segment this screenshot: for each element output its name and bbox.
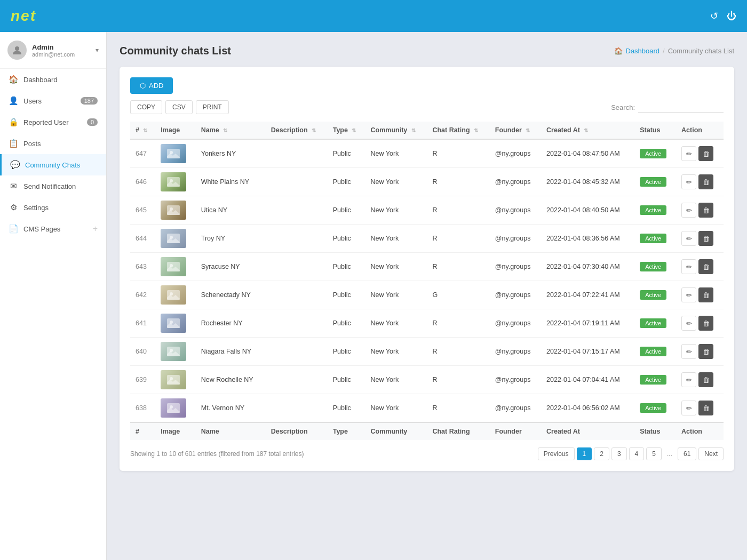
print-button[interactable]: PRINT <box>196 100 229 114</box>
table-row: 643 Syracuse NY Public New York R @ny.gr… <box>130 253 724 281</box>
sidebar-item-posts[interactable]: 📋Posts <box>0 133 106 154</box>
edit-button[interactable]: ✏ <box>681 259 696 274</box>
cell-action: ✏ 🗑 <box>676 225 724 253</box>
table-toolbar: COPY CSV PRINT Search: <box>130 100 724 114</box>
edit-button[interactable]: ✏ <box>681 146 696 161</box>
sidebar-item-reported-user[interactable]: 🔒Reported User0 <box>0 111 106 133</box>
cell-created-at: 2022-01-04 08:40:50 AM <box>541 196 634 225</box>
cell-description <box>266 366 328 394</box>
foot-col-status: Status <box>634 422 676 440</box>
cell-type: Public <box>328 168 365 196</box>
search-input[interactable] <box>638 101 724 113</box>
delete-button[interactable]: 🗑 <box>698 287 713 302</box>
status-badge: Active <box>640 205 666 215</box>
delete-button[interactable]: 🗑 <box>698 372 713 387</box>
pagination-previous[interactable]: Previous <box>538 447 575 460</box>
csv-button[interactable]: CSV <box>165 100 193 114</box>
status-badge: Active <box>640 375 666 385</box>
power-icon[interactable]: ⏻ <box>727 11 736 22</box>
pagination-page-2[interactable]: 2 <box>594 447 609 460</box>
cell-status: Active <box>634 168 676 196</box>
cell-id: 643 <box>130 253 155 281</box>
cell-chat-rating: R <box>427 394 489 423</box>
table-row: 647 Yonkers NY Public New York R @ny.gro… <box>130 139 724 168</box>
pagination-page-61[interactable]: 61 <box>678 447 696 460</box>
sidebar-item-users[interactable]: 👤Users187 <box>0 90 106 111</box>
col-created-at: Created At ⇅ <box>541 122 634 139</box>
add-button[interactable]: ⬡ ADD <box>130 77 173 94</box>
delete-button[interactable]: 🗑 <box>698 316 713 331</box>
sidebar-item-community-chats[interactable]: 💬Community Chats <box>0 154 106 175</box>
cell-description <box>266 309 328 338</box>
table-row: 645 Utica NY Public New York R @ny.group… <box>130 196 724 225</box>
thumbnail <box>161 285 186 305</box>
pagination-page-1[interactable]: 1 <box>577 447 592 460</box>
edit-button[interactable]: ✏ <box>681 203 696 218</box>
delete-button[interactable]: 🗑 <box>698 231 713 246</box>
cell-action: ✏ 🗑 <box>676 139 724 168</box>
pagination-page-5[interactable]: 5 <box>646 447 662 460</box>
foot-col-name: Name <box>196 422 266 440</box>
table-row: 642 Schenectady NY Public New York G @ny… <box>130 281 724 309</box>
edit-button[interactable]: ✏ <box>681 174 696 189</box>
edit-button[interactable]: ✏ <box>681 287 696 302</box>
settings-icon: ⚙ <box>9 203 18 212</box>
cell-community: New York <box>365 394 427 423</box>
sidebar-item-dashboard[interactable]: 🏠Dashboard <box>0 69 106 90</box>
add-cms-pages-icon[interactable]: + <box>93 224 98 234</box>
thumbnail <box>161 342 186 361</box>
sidebar-item-settings[interactable]: ⚙Settings <box>0 197 106 218</box>
main-content: Community chats List 🏠 Dashboard / Commu… <box>107 32 747 484</box>
cell-type: Public <box>328 309 365 338</box>
pagination-page-3[interactable]: 3 <box>611 447 627 460</box>
copy-button[interactable]: COPY <box>130 100 162 114</box>
user-profile[interactable]: Admin admin@net.com ▾ <box>0 32 106 69</box>
sidebar-item-send-notification[interactable]: ✉Send Notification <box>0 175 106 197</box>
edit-button[interactable]: ✏ <box>681 344 696 359</box>
delete-button[interactable]: 🗑 <box>698 174 713 189</box>
pagination-page-4[interactable]: 4 <box>629 447 645 460</box>
app-logo: net <box>11 7 36 25</box>
status-badge: Active <box>640 347 666 356</box>
status-badge: Active <box>640 234 666 243</box>
edit-button[interactable]: ✏ <box>681 401 696 415</box>
cell-name: New Rochelle NY <box>196 366 266 394</box>
table-footer-row: # Image Name Description Type Community … <box>130 422 724 440</box>
breadcrumb-home-link[interactable]: Dashboard <box>626 47 660 55</box>
cell-created-at: 2022-01-04 07:04:41 AM <box>541 366 634 394</box>
page-header: Community chats List 🏠 Dashboard / Commu… <box>120 45 734 57</box>
breadcrumb: 🏠 Dashboard / Community chats List <box>614 47 735 55</box>
cell-description <box>266 196 328 225</box>
table-footer: Showing 1 to 10 of 601 entries (filtered… <box>130 447 724 460</box>
send-notification-icon: ✉ <box>9 181 18 191</box>
delete-button[interactable]: 🗑 <box>698 203 713 218</box>
cell-founder: @ny.groups <box>490 338 541 366</box>
col-image: Image <box>155 122 196 139</box>
cell-name: Niagara Falls NY <box>196 338 266 366</box>
cell-community: New York <box>365 253 427 281</box>
delete-button[interactable]: 🗑 <box>698 344 713 359</box>
table-row: 638 Mt. Vernon NY Public New York R @ny.… <box>130 394 724 423</box>
edit-button[interactable]: ✏ <box>681 231 696 246</box>
pagination-next[interactable]: Next <box>698 447 724 460</box>
pagination-ellipsis: ... <box>664 448 676 460</box>
edit-button[interactable]: ✏ <box>681 316 696 331</box>
thumbnail <box>161 257 186 276</box>
cell-image <box>155 168 196 196</box>
sidebar-item-label-send-notification: Send Notification <box>23 182 98 190</box>
refresh-icon[interactable]: ↺ <box>710 10 718 22</box>
cms-pages-icon: 📄 <box>9 224 18 234</box>
edit-button[interactable]: ✏ <box>681 372 696 387</box>
add-icon: ⬡ <box>140 82 146 90</box>
sidebar-item-cms-pages[interactable]: 📄CMS Pages+ <box>0 218 106 239</box>
cell-chat-rating: R <box>427 196 489 225</box>
breadcrumb-current: Community chats List <box>668 47 734 55</box>
cell-chat-rating: R <box>427 225 489 253</box>
sidebar-item-label-reported-user: Reported User <box>23 118 82 126</box>
cell-name: Utica NY <box>196 196 266 225</box>
status-badge: Active <box>640 149 666 158</box>
user-name: Admin <box>32 43 90 51</box>
delete-button[interactable]: 🗑 <box>698 401 713 415</box>
delete-button[interactable]: 🗑 <box>698 146 713 161</box>
delete-button[interactable]: 🗑 <box>698 259 713 274</box>
